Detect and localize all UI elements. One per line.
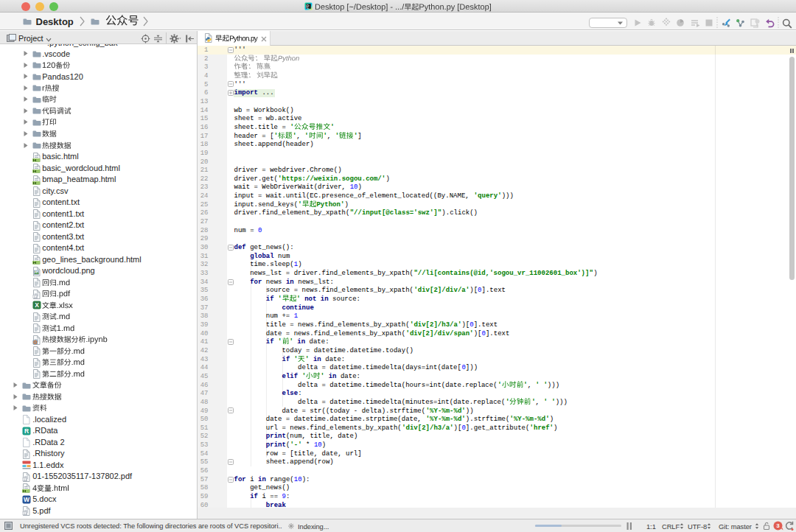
svg-text:3: 3 — [776, 522, 780, 529]
svg-text:R: R — [24, 427, 28, 435]
svg-text:W: W — [23, 496, 29, 503]
svg-text:X: X — [35, 301, 39, 309]
